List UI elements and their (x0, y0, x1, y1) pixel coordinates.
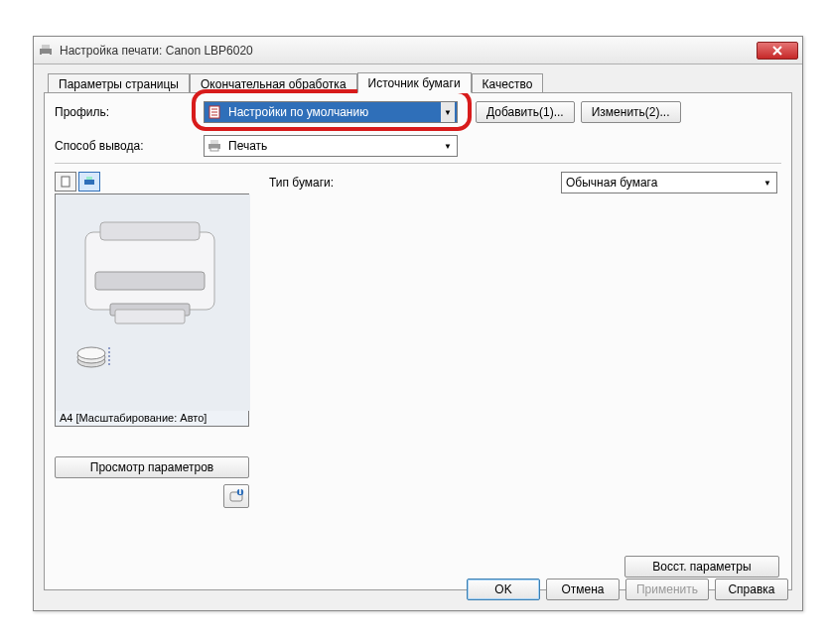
chevron-down-icon: ▼ (760, 179, 774, 188)
print-settings-window: Настройка печати: Canon LBP6020 Параметр… (33, 36, 803, 611)
profile-value: Настройки по умолчанию (226, 105, 441, 119)
content-area: Параметры страницы Окончательная обработ… (34, 64, 802, 600)
view-page-toggle[interactable] (55, 172, 76, 192)
print-icon (207, 138, 222, 154)
svg-point-21 (77, 347, 105, 359)
paper-type-row: Тип бумаги: Обычная бумага ▼ (269, 172, 781, 193)
view-params-button[interactable]: Просмотр параметров (55, 456, 249, 478)
chevron-down-icon: ▼ (441, 142, 455, 151)
svg-rect-8 (210, 140, 218, 144)
tab-paper-source[interactable]: Источник бумаги (357, 72, 472, 93)
svg-rect-15 (100, 222, 200, 240)
add-profile-button[interactable]: Добавить(1)... (476, 101, 575, 123)
svg-rect-10 (62, 177, 69, 187)
dialog-footer: OK Отмена Применить Справка (467, 579, 788, 600)
tabstrip: Параметры страницы Окончательная обработ… (48, 70, 792, 92)
view-toggle-group (55, 172, 251, 192)
right-column: Тип бумаги: Обычная бумага ▼ Восст. пара… (251, 172, 781, 508)
output-row: Способ вывода: Печать ▼ (55, 135, 781, 157)
profile-dropdown[interactable]: Настройки по умолчанию ▼ (204, 101, 458, 123)
edit-profile-button[interactable]: Изменить(2)... (581, 101, 681, 123)
tab-quality[interactable]: Качество (472, 73, 544, 93)
svg-rect-2 (42, 54, 50, 57)
profile-label: Профиль: (55, 105, 204, 119)
output-label: Способ вывода: (55, 139, 204, 153)
tab-finishing[interactable]: Окончательная обработка (190, 73, 357, 93)
svg-rect-9 (210, 148, 218, 151)
restore-defaults-button[interactable]: Восст. параметры (624, 556, 779, 578)
left-column: A4 [Масштабирование: Авто] Просмотр пара… (55, 172, 251, 508)
paper-type-label: Тип бумаги: (269, 176, 561, 190)
svg-rect-18 (115, 310, 185, 323)
view-printer-toggle[interactable] (78, 172, 100, 192)
help-button[interactable]: Справка (715, 579, 788, 600)
titlebar: Настройка печати: Canon LBP6020 (34, 37, 802, 64)
output-value: Печать (226, 139, 441, 153)
svg-rect-16 (95, 272, 205, 290)
paper-type-value: Обычная бумага (564, 176, 760, 190)
tabpage: Профиль: Настройки по умолчанию ▼ Добави… (44, 92, 792, 590)
close-button[interactable] (757, 42, 798, 60)
profile-icon (207, 104, 222, 120)
svg-rect-1 (42, 45, 50, 49)
svg-rect-14 (85, 232, 214, 310)
preview-caption: A4 [Масштабирование: Авто] (55, 410, 249, 427)
printer-image (56, 194, 250, 411)
body-columns: A4 [Масштабирование: Авто] Просмотр пара… (55, 172, 781, 508)
tab-page-params[interactable]: Параметры страницы (48, 73, 190, 93)
chevron-down-icon: ▼ (441, 102, 455, 122)
ok-button[interactable]: OK (467, 579, 540, 600)
svg-rect-12 (86, 177, 92, 180)
svg-rect-11 (84, 180, 94, 185)
paper-type-dropdown[interactable]: Обычная бумага ▼ (561, 172, 777, 193)
output-dropdown[interactable]: Печать ▼ (204, 135, 458, 157)
printer-icon (38, 43, 54, 59)
divider (55, 163, 781, 164)
cancel-button[interactable]: Отмена (546, 579, 620, 600)
preview-pane (55, 193, 249, 410)
apply-button[interactable]: Применить (625, 579, 709, 600)
profile-row: Профиль: Настройки по умолчанию ▼ Добави… (55, 101, 781, 123)
window-title: Настройка печати: Canon LBP6020 (60, 44, 757, 58)
info-button[interactable]: i (223, 484, 249, 508)
svg-text:i: i (238, 488, 241, 497)
